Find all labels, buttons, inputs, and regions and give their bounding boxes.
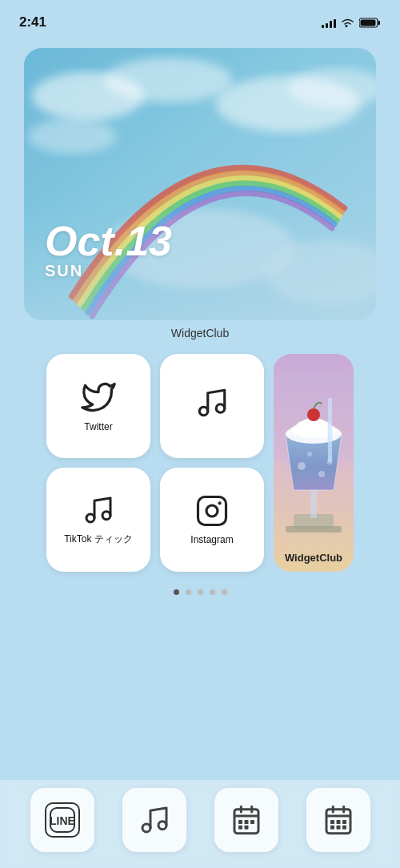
svg-rect-54 (330, 826, 334, 830)
svg-rect-43 (244, 820, 248, 824)
twitter-app-icon[interactable]: Twitter (46, 354, 150, 458)
svg-point-27 (307, 408, 320, 421)
svg-point-12 (199, 407, 208, 416)
battery-icon (359, 18, 381, 28)
widget-club-label: WidgetClub (24, 327, 376, 340)
svg-point-29 (86, 514, 94, 522)
page-dot-1 (174, 589, 179, 595)
svg-point-8 (28, 119, 116, 154)
svg-rect-44 (250, 820, 254, 824)
instagram-label: Instagram (190, 534, 233, 545)
svg-point-32 (206, 505, 218, 516)
calendar2-dock-icon[interactable] (306, 788, 370, 852)
widget-date: Oct.13 SUN (45, 220, 172, 280)
page-dot-4 (210, 589, 215, 595)
calendar1-icon (230, 804, 262, 836)
line-svg: LINE (48, 806, 77, 834)
svg-rect-18 (310, 490, 317, 518)
svg-point-21 (307, 452, 312, 456)
status-bar: 2:41 (0, 0, 400, 35)
svg-point-19 (298, 462, 306, 470)
page-dot-3 (198, 589, 203, 595)
svg-point-5 (104, 58, 232, 102)
widget-area: Oct.13 SUN WidgetClub Twitter (0, 35, 400, 572)
twitter-label: Twitter (84, 421, 112, 432)
music-dock-icon[interactable] (122, 788, 186, 852)
svg-rect-53 (342, 820, 346, 824)
svg-rect-55 (336, 826, 340, 830)
svg-point-37 (158, 822, 166, 830)
small-widget-label: WidgetClub (274, 552, 354, 564)
tiktok-app-icon[interactable]: TikTok ティック (46, 468, 150, 572)
instagram-icon (195, 494, 229, 528)
svg-rect-52 (336, 820, 340, 824)
wifi-icon (341, 18, 354, 28)
small-widget[interactable]: WidgetClub (274, 354, 354, 572)
svg-rect-42 (238, 820, 242, 824)
svg-rect-31 (198, 497, 226, 525)
svg-point-33 (218, 501, 222, 504)
widget-date-day: SUN (45, 262, 172, 280)
line-icon-shape: LINE (45, 802, 80, 838)
dock: LINE (0, 780, 400, 868)
svg-point-20 (318, 471, 325, 477)
instagram-app-icon[interactable]: Instagram (160, 468, 264, 572)
svg-point-30 (102, 511, 110, 519)
page-dot-5 (222, 589, 227, 595)
svg-rect-51 (330, 820, 334, 824)
svg-rect-1 (378, 21, 381, 25)
page-dots (0, 589, 400, 595)
big-widget[interactable]: Oct.13 SUN (24, 48, 376, 320)
music-dock-icon-svg (138, 804, 170, 836)
svg-rect-28 (328, 398, 332, 462)
tiktok-icon (82, 494, 114, 526)
svg-rect-2 (361, 19, 376, 26)
calendar2-icon (322, 804, 354, 836)
music-note-icon (195, 386, 229, 420)
app-grid: Twitter (24, 340, 376, 572)
drink-svg (274, 354, 354, 572)
status-time: 2:41 (19, 14, 46, 30)
widget-date-text: Oct.13 (45, 220, 172, 262)
twitter-bird-icon (81, 380, 116, 415)
calendar1-dock-icon[interactable] (214, 788, 278, 852)
svg-rect-56 (342, 826, 346, 830)
svg-rect-45 (238, 826, 242, 830)
page-dot-2 (186, 589, 191, 595)
status-icons (322, 17, 381, 28)
line-dock-icon[interactable]: LINE (30, 788, 94, 852)
tiktok-label: TikTok ティック (64, 532, 133, 546)
signal-icon (322, 17, 336, 28)
svg-rect-17 (286, 526, 342, 532)
music-app-icon[interactable] (160, 354, 264, 458)
svg-rect-46 (244, 826, 248, 830)
svg-point-36 (142, 824, 150, 832)
svg-text:LINE: LINE (50, 814, 75, 827)
